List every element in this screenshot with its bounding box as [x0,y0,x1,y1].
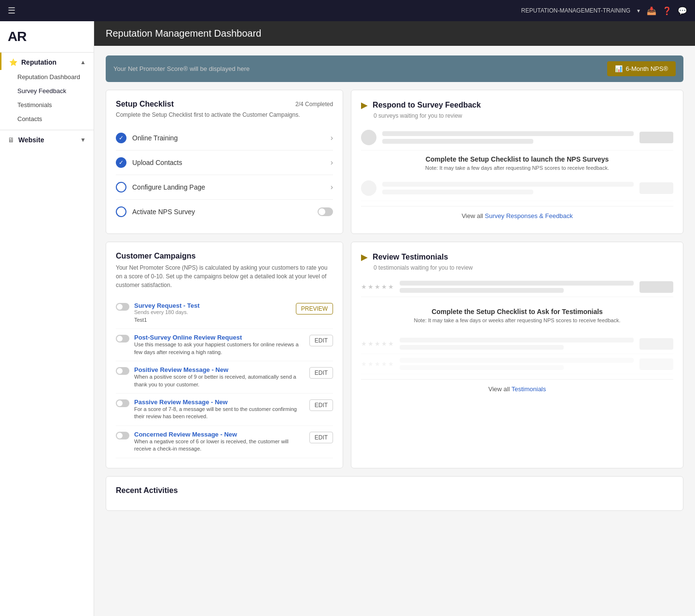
checklist-arrow-online-training: › [331,134,333,142]
play-icon-testimonials: ▶ [361,252,368,262]
testimonials-subtitle: 0 testimonials waiting for you to review [374,264,673,271]
campaign-title: Customer Campaigns [116,252,333,260]
sidebar-sub-items-reputation: Reputation Dashboard Survey Feedback Tes… [0,70,94,130]
skeleton-avatar-1 [361,130,376,145]
testimonial-row-1: ★★★★★ [361,277,673,297]
checklist-item-configure-landing[interactable]: Configure Landing Page › [116,175,333,200]
recent-activities-card: Recent Activities [106,476,683,511]
campaign-info-4: Concerned Review Message - New When a ne… [134,431,305,453]
checklist-item-label-upload-contacts: Upload Contacts [132,159,182,166]
customer-campaigns-card: Customer Campaigns Your Net Promoter Sco… [106,242,343,468]
campaign-info-1: Post-Survey Online Review Request Use th… [134,334,305,356]
campaign-item-1: Post-Survey Online Review Request Use th… [116,329,333,361]
skeleton-lines-1 [382,131,634,144]
campaign-btn-3[interactable]: EDIT [309,399,333,411]
testimonial-stars-1: ★★★★★ [361,283,394,290]
check-circle-configure-landing [116,182,126,192]
nps-button-label: 6-Month NPS® [626,65,668,72]
reputation-section-icon: ⭐ [9,58,17,66]
testimonials-section-header: ▶ Review Testimonials [361,252,673,262]
campaign-text-3: For a score of 7-8, a message will be se… [134,406,305,421]
survey-setup-notice-title: Complete the Setup Checklist to launch t… [361,155,673,163]
sidebar-section-reputation: ⭐ Reputation ▲ Reputation Dashboard Surv… [0,53,94,130]
checklist-item-activate-nps[interactable]: Activate NPS Survey [116,200,333,224]
survey-feedback-title: Respond to Survey Feedback [373,101,481,110]
sidebar-item-reputation-dashboard[interactable]: Reputation Dashboard [0,70,94,84]
nps-banner-text: Your Net Promoter Score® will be display… [113,65,250,72]
website-section-icon: 🖥 [8,136,14,144]
survey-view-all: View all Survey Responses & Feedback [361,206,673,219]
campaign-item-2: Positive Review Message - New When a pos… [116,361,333,394]
campaign-name-4[interactable]: Concerned Review Message - New [134,431,305,438]
checklist-progress: 2/4 Completed [295,101,333,108]
checkmark-icon-online-training: ✓ [119,135,124,141]
checklist-arrow-configure-landing: › [331,183,333,192]
campaign-name-2[interactable]: Positive Review Message - New [134,366,305,373]
website-chevron-icon: ▼ [80,137,86,143]
campaign-toggle-0[interactable] [116,303,129,311]
campaign-btn-4[interactable]: EDIT [309,432,333,443]
help-icon[interactable]: ❓ [662,6,672,15]
testimonials-title: Review Testimonials [373,253,448,261]
nps-button-icon: 📊 [615,65,623,72]
menu-icon[interactable]: ☰ [8,5,15,16]
skeleton-line-1b [382,139,533,144]
chat-icon[interactable]: 💬 [678,6,687,15]
survey-setup-notice-text: Note: It may take a few days after reque… [361,165,673,171]
campaign-name-0[interactable]: Survey Request - Test [134,302,291,309]
topbar-right: REPUTATION-MANAGEMENT-TRAINING ▼ 📥 ❓ 💬 [521,6,687,15]
testimonial-btn-3 [639,358,673,370]
campaign-toggle-2[interactable] [116,367,129,375]
main-layout: AR ⭐ Reputation ▲ Reputation Dashboard S… [0,21,695,616]
checklist-item-online-training[interactable]: ✓ Online Training › [116,126,333,151]
testimonial-lines-3 [400,358,634,370]
survey-feedback-card: ▶ Respond to Survey Feedback 0 surveys w… [351,90,683,234]
survey-feedback-section-header: ▶ Respond to Survey Feedback [361,100,673,110]
checklist-item-left-configure-landing: Configure Landing Page [116,182,205,192]
play-icon-survey: ▶ [361,100,368,110]
checklist-item-left-online-training: ✓ Online Training [116,133,178,143]
sidebar-item-survey-feedback[interactable]: Survey Feedback [0,84,94,98]
checklist-header: Setup Checklist 2/4 Completed [116,100,333,109]
nps-button[interactable]: 📊 6-Month NPS® [607,61,676,76]
survey-view-all-link[interactable]: Survey Responses & Feedback [485,212,573,219]
campaign-toggle-4[interactable] [116,432,129,439]
sidebar-section2-left: 🖥 Website [8,136,44,144]
testimonial-row-3: ★★★★★ [361,354,673,374]
sidebar-section-website: 🖥 Website ▼ [0,130,94,150]
checklist-item-upload-contacts[interactable]: ✓ Upload Contacts › [116,151,333,175]
campaign-btn-0[interactable]: PREVIEW [296,303,333,315]
testimonial-row-2: ★★★★★ [361,334,673,354]
campaign-name-1[interactable]: Post-Survey Online Review Request [134,334,305,341]
inbox-icon[interactable]: 📥 [647,6,656,15]
activate-nps-toggle-dot [319,208,325,215]
sidebar-item-contacts[interactable]: Contacts [0,112,94,126]
campaign-item-0: Survey Request - Test Sends every 180 da… [116,297,333,329]
account-chevron[interactable]: ▼ [636,8,641,14]
testimonials-view-all-link[interactable]: Testimonials [512,385,546,393]
checklist-arrow-upload-contacts: › [331,158,333,167]
reputation-chevron-icon: ▲ [80,59,86,66]
checklist-item-left-upload-contacts: ✓ Upload Contacts [116,157,182,168]
checkmark-icon-upload-contacts: ✓ [119,159,124,166]
check-circle-activate-nps [116,206,126,217]
page-header: Reputation Management Dashboard [94,21,695,46]
campaign-info-0: Survey Request - Test Sends every 180 da… [134,302,291,324]
sidebar: AR ⭐ Reputation ▲ Reputation Dashboard S… [0,21,94,616]
skeleton-lines-2 [382,182,634,194]
sidebar-item-testimonials[interactable]: Testimonials [0,98,94,112]
sidebar-section2-header-website[interactable]: 🖥 Website ▼ [0,130,94,150]
activate-nps-toggle[interactable] [318,207,333,216]
campaign-btn-1[interactable]: EDIT [309,335,333,346]
campaign-btn-2[interactable]: EDIT [309,367,333,379]
campaign-name-3[interactable]: Passive Review Message - New [134,398,305,406]
testimonials-setup-notice-title: Complete the Setup Checklist to Ask for … [361,308,673,315]
campaign-toggle-1[interactable] [116,335,129,342]
sidebar-section-header-reputation[interactable]: ⭐ Reputation ▲ [0,53,94,70]
campaign-toggle-3[interactable] [116,399,129,407]
campaign-info-3: Passive Review Message - New For a score… [134,398,305,421]
testimonial-lines-2 [400,338,634,350]
campaign-text-2: When a positive score of 9 or better is … [134,373,305,388]
checklist-item-label-activate-nps: Activate NPS Survey [132,208,195,216]
survey-feedback-subtitle: 0 surveys waiting for you to review [374,112,673,119]
